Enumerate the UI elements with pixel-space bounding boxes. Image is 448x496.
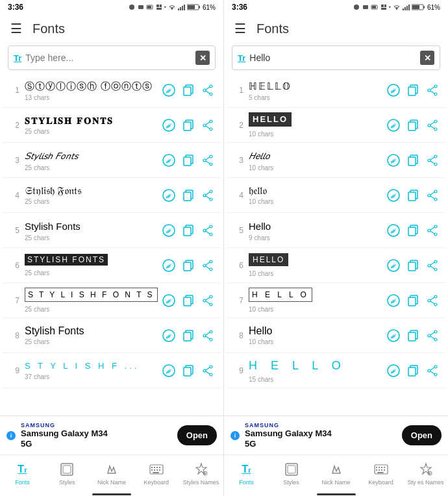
- svg-rect-93: [156, 467, 158, 468]
- copy-action-icon[interactable]: [405, 223, 421, 238]
- share-action-icon[interactable]: [425, 188, 440, 203]
- whatsapp-action-icon[interactable]: [161, 188, 177, 203]
- item-content: Stylish Fonts 25 chars: [25, 325, 157, 345]
- share-action-icon[interactable]: [200, 223, 216, 238]
- share-action-icon[interactable]: [200, 363, 216, 378]
- copy-action-icon[interactable]: [180, 188, 196, 203]
- share-action-icon[interactable]: [200, 293, 216, 308]
- whatsapp-action-icon[interactable]: [161, 328, 177, 343]
- whatsapp-action-icon[interactable]: [386, 118, 401, 133]
- whatsapp-action-icon[interactable]: [161, 118, 177, 133]
- copy-action-icon[interactable]: [180, 363, 196, 378]
- nav-item-styles[interactable]: Styles: [269, 455, 314, 492]
- share-action-icon[interactable]: [425, 363, 440, 378]
- share-action-icon[interactable]: [200, 153, 216, 168]
- svg-point-171: [428, 299, 430, 302]
- ad-open-button[interactable]: Open: [177, 425, 217, 445]
- copy-action-icon[interactable]: [405, 153, 421, 168]
- item-number: 1: [232, 86, 243, 95]
- copy-action-icon[interactable]: [405, 188, 421, 203]
- share-action-icon[interactable]: [425, 258, 440, 273]
- item-number: 5: [8, 226, 19, 235]
- svg-rect-13: [199, 6, 200, 8]
- item-font-text: S T Y L I S H F ...: [25, 360, 157, 372]
- copy-action-icon[interactable]: [180, 223, 196, 238]
- copy-action-icon[interactable]: [180, 82, 196, 98]
- whatsapp-action-icon[interactable]: [386, 153, 401, 168]
- font-list-item: 8 Hello 10 chars: [227, 318, 445, 353]
- nav-item-keyboard[interactable]: Keyboard: [134, 455, 179, 492]
- hamburger-icon[interactable]: ☰: [234, 21, 246, 36]
- share-action-icon[interactable]: [200, 328, 216, 343]
- copy-action-icon[interactable]: [405, 258, 421, 273]
- copy-action-icon[interactable]: [180, 293, 196, 308]
- share-action-icon[interactable]: [425, 293, 440, 308]
- search-input[interactable]: [249, 53, 420, 63]
- nav-item-keyboard[interactable]: Keyboard: [358, 455, 403, 492]
- font-list-item: 3 𝘚𝘵𝘺𝘭𝘪𝘴𝘩 𝘍𝘰𝘯𝘵𝘴 25 chars: [3, 143, 221, 178]
- item-font-text: S T Y L I S H F O N T S: [25, 288, 158, 303]
- whatsapp-action-icon[interactable]: [161, 82, 177, 98]
- clear-button[interactable]: ✕: [420, 51, 434, 65]
- whatsapp-action-icon[interactable]: [386, 82, 401, 98]
- nav-item-styles-names[interactable]: Sty es Names: [403, 455, 448, 492]
- share-action-icon[interactable]: [425, 223, 440, 238]
- svg-rect-168: [408, 297, 416, 306]
- copy-action-icon[interactable]: [180, 153, 196, 168]
- svg-point-179: [428, 334, 430, 337]
- copy-action-icon[interactable]: [405, 82, 421, 98]
- svg-line-69: [206, 297, 210, 300]
- share-action-icon[interactable]: [425, 153, 440, 168]
- font-list-item: 8 Stylish Fonts 25 chars: [3, 318, 221, 353]
- whatsapp-action-icon[interactable]: [161, 363, 177, 378]
- item-number: 8: [8, 331, 19, 340]
- share-action-icon[interactable]: [200, 82, 216, 98]
- nav-item-styles-names[interactable]: Styles Names: [179, 455, 223, 492]
- copy-action-icon[interactable]: [405, 118, 421, 133]
- whatsapp-action-icon[interactable]: [161, 153, 177, 168]
- search-input[interactable]: [25, 53, 195, 63]
- copy-action-icon[interactable]: [180, 258, 196, 273]
- nav-item-styles[interactable]: Styles: [45, 455, 90, 492]
- whatsapp-action-icon[interactable]: [161, 258, 177, 273]
- whatsapp-action-icon[interactable]: [161, 293, 177, 308]
- whatsapp-action-icon[interactable]: [161, 223, 177, 238]
- whatsapp-action-icon[interactable]: [386, 188, 401, 203]
- top-bar: ☰ Fonts: [224, 14, 448, 43]
- item-actions: [386, 328, 440, 343]
- clear-button[interactable]: ✕: [195, 51, 210, 65]
- whatsapp-action-icon[interactable]: [386, 328, 401, 343]
- copy-action-icon[interactable]: [405, 328, 421, 343]
- nav-item-fonts[interactable]: Tr Fonts: [0, 455, 45, 492]
- share-action-icon[interactable]: [200, 258, 216, 273]
- whatsapp-action-icon[interactable]: [386, 293, 401, 308]
- share-action-icon[interactable]: [200, 188, 216, 203]
- nav-item-nickname[interactable]: Nick Name: [90, 455, 134, 492]
- share-action-icon[interactable]: [425, 328, 440, 343]
- bottom-indicator: [224, 492, 448, 496]
- search-bar[interactable]: Tr ✕: [232, 45, 440, 70]
- ad-open-button[interactable]: Open: [402, 425, 442, 445]
- whatsapp-action-icon[interactable]: [386, 223, 401, 238]
- item-chars: 9 chars: [249, 234, 382, 242]
- svg-rect-116: [423, 6, 425, 8]
- share-action-icon[interactable]: [425, 82, 440, 98]
- share-action-icon[interactable]: [200, 118, 216, 133]
- font-list-item: 3 𝘏𝘦𝘭𝘭𝘰 10 chars: [227, 143, 445, 178]
- svg-point-110: [396, 8, 397, 10]
- whatsapp-action-icon[interactable]: [386, 258, 401, 273]
- copy-action-icon[interactable]: [180, 328, 196, 343]
- copy-action-icon[interactable]: [180, 118, 196, 133]
- nav-item-nickname[interactable]: Nick Name: [314, 455, 358, 492]
- svg-rect-94: [159, 467, 160, 468]
- whatsapp-action-icon[interactable]: [386, 363, 401, 378]
- copy-action-icon[interactable]: [405, 363, 421, 378]
- hamburger-icon[interactable]: ☰: [10, 21, 22, 36]
- search-bar[interactable]: Tr ✕: [8, 45, 216, 70]
- copy-action-icon[interactable]: [405, 293, 421, 308]
- panel-right: 3:36 • 61% ☰ Fonts Tr ✕: [224, 0, 448, 496]
- nav-item-fonts[interactable]: Tr Fonts: [224, 455, 269, 492]
- svg-rect-198: [376, 469, 377, 471]
- share-action-icon[interactable]: [425, 118, 440, 133]
- nickname-nav-icon: [105, 462, 119, 477]
